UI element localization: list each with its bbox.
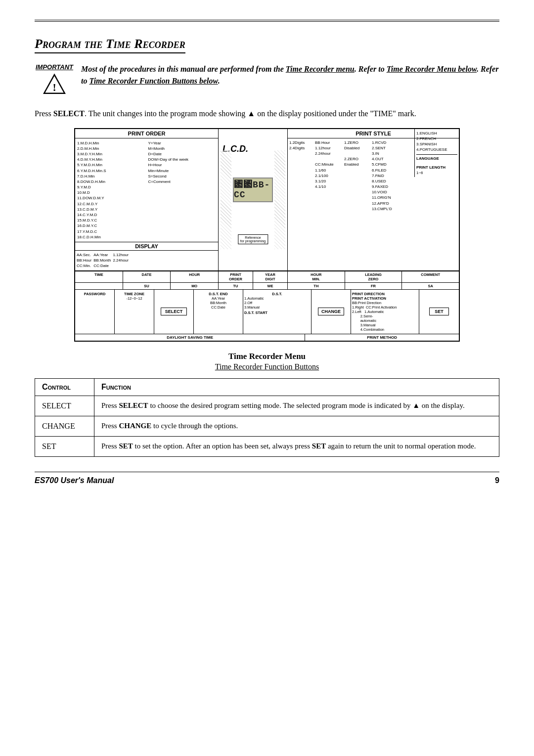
pd-item: 3.Manual <box>352 323 418 327</box>
control-header: Control <box>35 378 94 396</box>
control-change: CHANGE <box>35 416 94 436</box>
important-box: IMPORTANT ! Most of the procedures in th… <box>35 63 499 97</box>
po-item: 14.C.Y.M.D <box>77 212 145 218</box>
right-day: TH FR SA <box>288 283 459 289</box>
col-headers-row: TIME DATE HOUR PRINTORDER YEARDIGIT HOUR… <box>75 271 459 283</box>
print-order-content: 1.M.D.H.Min 2.D.M.H.Min 3.M.D.Y.H.Min 4.… <box>75 138 218 242</box>
ps-item: Disabled <box>344 145 370 151</box>
ps-item <box>344 151 370 156</box>
lcd-panel: L.C.D. ␲␲BB-CC Referencefor programming <box>219 129 288 270</box>
function-header: Function <box>94 378 499 396</box>
display-content: AA:Sec. BB:Hour CC:Min. AA:Year BB:Month… <box>75 251 218 270</box>
lcd-screen: ␲␲BB-CC <box>233 178 273 202</box>
change-button[interactable]: CHANGE <box>318 308 344 315</box>
dst-end-cell: D.S.T. END AA:YearBB:MonthCC:Date <box>194 290 243 334</box>
display-section: DISPLAY AA:Sec. BB:Hour CC:Min. AA:Year … <box>75 242 218 270</box>
ps-item: 2.4Digits <box>289 145 313 151</box>
day-empty1 <box>75 283 123 289</box>
set-btn-cell: SET <box>419 290 459 334</box>
print-length-header: PRINT LENGTH1~6 <box>416 165 457 176</box>
day-mo: MO <box>171 283 218 289</box>
display-left: AA:Sec. BB:Hour CC:Min. <box>77 252 91 269</box>
po-item: 11.DOW.D.M.Y <box>77 195 145 201</box>
legend-item: DOW=Day of the week <box>148 157 217 162</box>
disp-item: BB:Hour <box>77 258 91 263</box>
disp-item: 1.12hour <box>113 252 129 258</box>
col-leading-zero: LEADINGZERO <box>345 271 402 282</box>
timezone-cell: TIME ZONE -12~0~12 <box>115 290 154 334</box>
ps-item: 8.USED <box>372 178 396 184</box>
lcd-area: ␲␲BB-CC Referencefor programming <box>221 150 285 249</box>
select-bold: SELECT <box>119 401 148 409</box>
disp-item: 2.24hour <box>113 258 129 263</box>
footer-title: ES700 User's Manual <box>35 476 114 485</box>
dst-end-label: D.S.T. END <box>195 292 242 296</box>
col-hour-min: HOURMIN. <box>288 271 345 282</box>
function-select: Press SELECT to choose the desired progr… <box>94 396 499 416</box>
po-item: 6.Y.M.D.H.Min.S <box>77 168 145 174</box>
table-row: CHANGE Press CHANGE to cycle through the… <box>35 416 499 436</box>
dst-item: 2.Off <box>244 301 310 305</box>
ps-item: 2.SENT <box>372 145 396 151</box>
col-time: TIME <box>75 271 123 282</box>
title-text: Program the Time Recorder <box>35 37 185 51</box>
ps-item: 1.1/60 <box>315 168 342 173</box>
set-bold1: SET <box>119 442 133 450</box>
dst-item: 3.Manual <box>244 305 310 310</box>
legend-item: C=Comment <box>148 179 217 184</box>
legend-item: H=Hour <box>148 162 217 168</box>
top-border <box>35 20 499 22</box>
po-item: 17.Y.M.D.C <box>77 229 145 234</box>
legend-item: Min=Minute <box>148 168 217 174</box>
dst-label: D.S.T. <box>244 292 310 296</box>
period: . <box>218 77 220 85</box>
po-item: 2.D.M.H.Min <box>77 146 145 151</box>
change-bold: CHANGE <box>119 422 151 430</box>
language-panel: 1.ENGLISH 2.FRENCH 3.SPANISH 4.PORTUGUES… <box>414 129 459 177</box>
page-footer: ES700 User's Manual 9 <box>35 472 499 485</box>
lang-item: 1.ENGLISH <box>416 131 457 136</box>
print-order-list: 1.M.D.H.Min 2.D.M.H.Min 3.M.D.Y.H.Min 4.… <box>77 140 145 240</box>
disp-item: BB:Month <box>93 258 111 263</box>
control-set: SET <box>35 436 94 456</box>
print-order-header: PRINT ORDER <box>75 129 218 138</box>
day-fr: FR <box>345 283 402 289</box>
display-options: 1.12hour 2.24hour <box>113 252 129 269</box>
function-table: Control Function SELECT Press SELECT to … <box>35 378 499 457</box>
page: Program the Time Recorder IMPORTANT ! Mo… <box>0 0 534 756</box>
dst-start-label: D.S.T. START <box>244 311 310 315</box>
print-dir-cell: PRINT DIRECTIONPRINT ACTIVATION BB:Print… <box>351 290 419 334</box>
password-label: PASSWORD <box>76 292 113 296</box>
ps-col2: BB:Hour 1.12hour 2.24hour CC:Minute 1.1/… <box>315 140 342 212</box>
ps-item: 2.1/100 <box>315 173 342 178</box>
control-select: SELECT <box>35 396 94 416</box>
po-item: 3.M.D.Y.H.Min <box>77 151 145 157</box>
password-cell: PASSWORD <box>75 290 115 334</box>
important-label: IMPORTANT ! <box>35 63 74 97</box>
ps-col4: 1.RCVD 2.SENT 3.IN 4.OUT 5.CFMD 6.FILED … <box>372 140 396 212</box>
bottom-controls: PASSWORD TIME ZONE -12~0~12 SELECT D.S.T… <box>75 290 459 334</box>
disp-item: AA:Year <box>93 252 111 258</box>
menu-underline: Time Recorder Menu below <box>387 65 477 73</box>
day-su: SU <box>123 283 171 289</box>
legend-item: S=Second <box>148 174 217 179</box>
ps-item: 6.FILED <box>372 168 396 173</box>
dst-cell: D.S.T. 1.Automatic 2.Off 3.Manual D.S.T.… <box>243 290 312 334</box>
dst-item: 1.Automatic <box>244 296 310 301</box>
pd-item: 2.Semi- <box>352 314 418 318</box>
ps-item: 12.APR'D <box>372 201 396 206</box>
select-button[interactable]: SELECT <box>161 308 187 315</box>
important-body-text: Most of the procedures in this manual ar… <box>81 65 498 85</box>
col-comment: COMMENT <box>402 271 459 282</box>
set-button[interactable]: SET <box>429 308 449 315</box>
ps-item: 4.1/10 <box>315 184 342 189</box>
ps-item: 2.24hour <box>315 151 342 156</box>
pl-bold: PRINT LENGTH <box>416 165 445 170</box>
bottom-labels-row: DAYLIGHT SAVING TIME PRINT METHOD <box>75 334 459 341</box>
po-item: 5.Y.M.D.H.Min <box>77 162 145 168</box>
ps-item: 1.RCVD <box>372 140 396 145</box>
select-btn-cell: SELECT <box>154 290 194 334</box>
change-btn-cell: CHANGE <box>312 290 351 334</box>
print-dir-val: BB:Print Direction 1.Right CC:Print Acti… <box>352 301 418 332</box>
set-bold2: SET <box>312 442 326 450</box>
